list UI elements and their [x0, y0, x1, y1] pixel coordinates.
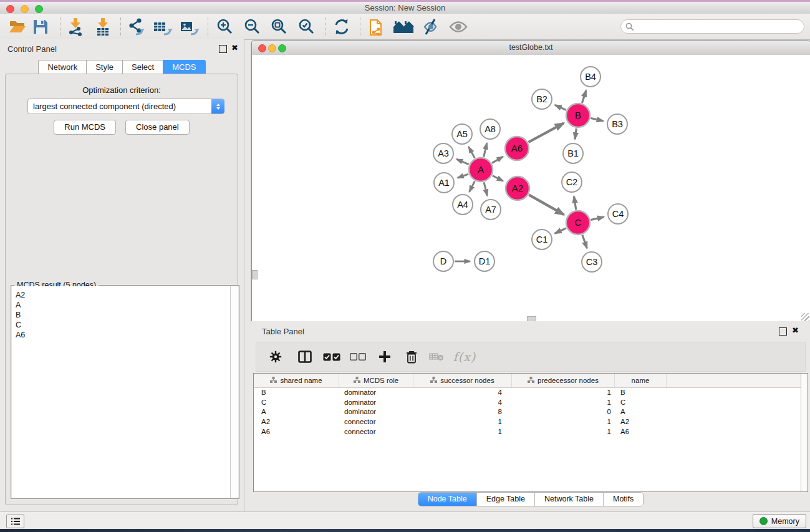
column-header-shared-name[interactable]: shared name — [254, 374, 339, 387]
tab-style[interactable]: Style — [86, 60, 122, 75]
edge-A-A7[interactable] — [484, 182, 487, 195]
export-table-icon[interactable] — [152, 16, 174, 38]
open-session-icon[interactable] — [7, 16, 29, 38]
show-hide-eye-icon[interactable] — [447, 16, 470, 38]
export-network-icon[interactable] — [125, 16, 148, 38]
column-header-name[interactable]: name — [615, 374, 667, 387]
tab-node-table[interactable]: Node Table — [418, 493, 477, 506]
mcds-result-list[interactable]: A2ABCA6 — [12, 286, 231, 498]
edge-C-C2[interactable] — [574, 196, 576, 210]
tab-mcds[interactable]: MCDS — [163, 60, 205, 75]
edge-B-B2[interactable] — [555, 105, 566, 110]
close-table-panel-icon[interactable]: ✖ — [792, 326, 799, 335]
node-B1[interactable]: B1 — [563, 143, 583, 163]
edge-A-A6[interactable] — [492, 157, 503, 163]
node-C1[interactable]: C1 — [532, 230, 552, 249]
close-panel-button[interactable]: Close panel — [125, 120, 190, 135]
search-box[interactable] — [620, 19, 804, 34]
tab-network[interactable]: Network — [38, 60, 86, 75]
edge-C-C3[interactable] — [582, 235, 587, 248]
node-A[interactable]: A — [469, 158, 493, 181]
table-row[interactable]: Cdominator41C — [254, 397, 801, 407]
edge-A-A4[interactable] — [470, 181, 475, 192]
network-graph[interactable]: B4B2BB3A5A8A6A3AB1A1C2A2A4A7C4CC1C3DD1 — [252, 55, 809, 321]
first-neighbors-icon[interactable] — [392, 16, 415, 38]
table-scrollbar[interactable] — [801, 374, 808, 491]
import-network-icon[interactable] — [64, 16, 87, 38]
zoom-fit-icon[interactable] — [268, 16, 291, 38]
node-A2[interactable]: A2 — [506, 177, 529, 200]
table-row[interactable]: Adominator80A — [254, 407, 801, 417]
export-image-icon[interactable] — [178, 16, 201, 38]
node-A3[interactable]: A3 — [433, 143, 453, 163]
function-builder-icon[interactable]: f(x) — [450, 346, 479, 367]
node-A1[interactable]: A1 — [434, 173, 454, 193]
deselect-all-checkboxes-icon[interactable] — [347, 346, 369, 367]
edge-A-A1[interactable] — [458, 174, 469, 178]
node-C[interactable]: C — [566, 211, 590, 235]
node-B3[interactable]: B3 — [607, 114, 627, 134]
network-window-titlebar[interactable]: testGlobe.txt — [252, 41, 810, 56]
edge-A-A2[interactable] — [493, 176, 503, 181]
delete-table-icon[interactable] — [426, 346, 447, 367]
mcds-result-scrollbar[interactable] — [230, 286, 238, 498]
mcds-result-item[interactable]: B — [16, 310, 231, 320]
main-titlebar[interactable]: Session: New Session — [0, 2, 810, 14]
column-header-predecessor-nodes[interactable]: predecessor nodes — [512, 374, 615, 387]
resize-grip-icon[interactable] — [801, 313, 809, 321]
column-header-successor-nodes[interactable]: successor nodes — [413, 374, 512, 387]
node-B[interactable]: B — [566, 104, 590, 127]
edge-A2-C[interactable] — [529, 195, 564, 215]
node-A8[interactable]: A8 — [480, 119, 500, 139]
tab-select[interactable]: Select — [122, 60, 163, 75]
mcds-result-item[interactable]: A6 — [16, 330, 231, 340]
node-A7[interactable]: A7 — [481, 200, 501, 220]
node-B2[interactable]: B2 — [532, 89, 552, 109]
save-session-icon[interactable] — [29, 16, 52, 38]
delete-column-icon[interactable] — [401, 346, 422, 367]
zoom-in-icon[interactable] — [214, 16, 236, 38]
edge-C-C4[interactable] — [591, 217, 604, 220]
edge-A-A5[interactable] — [469, 147, 475, 158]
edge-B-B4[interactable] — [582, 90, 586, 103]
network-view-window[interactable]: testGlobe.txt B4B2BB3A5A8A6A3AB1A1C2A2A4… — [251, 40, 810, 322]
edge-B-B3[interactable] — [591, 118, 603, 121]
edge-A-A8[interactable] — [484, 143, 487, 157]
float-table-panel-icon[interactable] — [779, 327, 787, 336]
task-history-button[interactable] — [6, 515, 24, 528]
mcds-result-item[interactable]: C — [16, 320, 231, 330]
zoom-selected-icon[interactable] — [296, 16, 318, 38]
network-canvas[interactable]: B4B2BB3A5A8A6A3AB1A1C2A2A4A7C4CC1C3DD1 — [252, 55, 810, 322]
tab-motifs[interactable]: Motifs — [604, 493, 643, 506]
node-C3[interactable]: C3 — [582, 252, 602, 272]
node-A6[interactable]: A6 — [505, 137, 529, 160]
settings-gear-icon[interactable] — [265, 346, 286, 367]
node-D1[interactable]: D1 — [475, 251, 494, 271]
zoom-out-icon[interactable] — [241, 16, 264, 38]
refresh-layout-icon[interactable] — [330, 16, 353, 38]
table-row[interactable]: Bdominator41B — [254, 387, 801, 397]
tab-edge-table[interactable]: Edge Table — [477, 493, 535, 506]
node-C4[interactable]: C4 — [608, 204, 628, 224]
node-D[interactable]: D — [433, 251, 453, 271]
edge-B-B1[interactable] — [575, 128, 576, 139]
node-B4[interactable]: B4 — [581, 67, 600, 87]
float-panel-icon[interactable] — [219, 45, 227, 53]
close-panel-icon[interactable]: ✖ — [231, 43, 238, 52]
criterion-dropdown[interactable]: largest connected component (directed) — [27, 99, 224, 114]
edge-A-A3[interactable] — [456, 159, 469, 165]
tab-network-table[interactable]: Network Table — [535, 493, 604, 506]
edge-C-C1[interactable] — [555, 228, 566, 233]
select-all-checkboxes-icon[interactable] — [321, 346, 342, 367]
node-C2[interactable]: C2 — [562, 172, 582, 192]
column-header-MCDS-role[interactable]: MCDS role — [339, 374, 413, 387]
memory-button[interactable]: Memory — [753, 514, 806, 528]
column-layout-icon[interactable] — [294, 346, 316, 367]
graphics-details-icon[interactable] — [419, 16, 441, 38]
table-row[interactable]: A6connector11A6 — [254, 427, 801, 437]
add-column-icon[interactable] — [374, 346, 395, 367]
left-splitter-handle[interactable] — [252, 270, 258, 279]
mcds-result-item[interactable]: A — [16, 300, 231, 310]
node-A5[interactable]: A5 — [452, 124, 472, 144]
search-input[interactable] — [637, 22, 804, 32]
